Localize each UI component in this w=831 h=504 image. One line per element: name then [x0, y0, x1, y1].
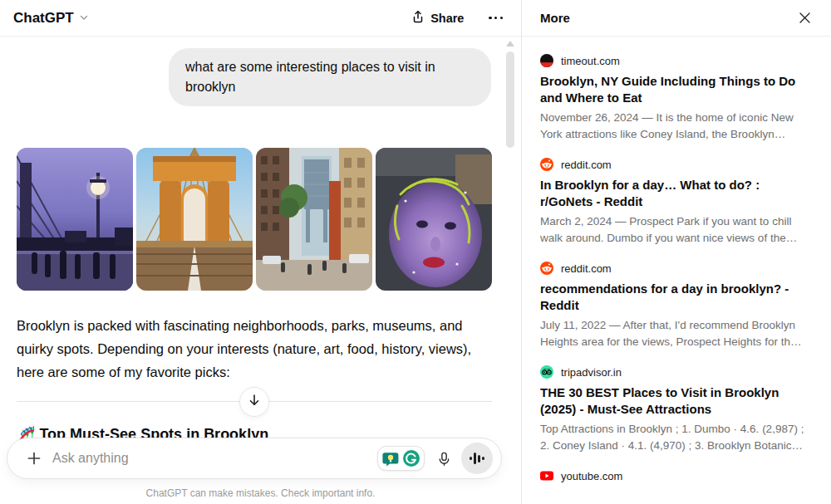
- source-snippet: March 2, 2024 — Prospect Park if you wan…: [540, 213, 810, 246]
- scrollbar-thumb[interactable]: [506, 51, 514, 148]
- source-title[interactable]: In Brooklyn for a day… What to do? : r/G…: [540, 177, 810, 210]
- app-window: ChatGPT Share what are some interesting …: [0, 0, 831, 504]
- share-icon: [411, 10, 425, 26]
- assistant-message: Brooklyn is packed with fascinating neig…: [17, 314, 491, 384]
- close-icon[interactable]: [794, 7, 815, 29]
- youtube-favicon-icon: [540, 469, 553, 482]
- chat-column: ChatGPT Share what are some interesting …: [0, 0, 522, 504]
- voice-mode-button[interactable]: [461, 443, 493, 474]
- share-label: Share: [430, 12, 464, 25]
- more-options-icon[interactable]: [485, 13, 506, 22]
- source-domain: tripadvisor.in: [561, 366, 622, 379]
- chevron-down-icon: [79, 11, 89, 26]
- arrow-down-icon: [247, 393, 262, 411]
- share-button[interactable]: Share: [411, 10, 464, 26]
- source-domain: youtube.com: [561, 470, 622, 482]
- composer-bar[interactable]: [7, 438, 502, 479]
- image-bridge-dusk[interactable]: [17, 148, 133, 291]
- app-title: ChatGPT: [13, 10, 74, 27]
- source-snippet: July 11, 2022 — After that, I'd recommen…: [540, 317, 810, 350]
- source-item-tripadvisor[interactable]: tripadvisor.in THE 30 BEST Places to Vis…: [540, 365, 810, 453]
- message-input[interactable]: [52, 451, 377, 466]
- scroll-divider-wrap: [17, 387, 492, 417]
- model-switcher[interactable]: ChatGPT: [13, 10, 89, 27]
- result-images-row: [17, 148, 491, 291]
- source-title[interactable]: Brooklyn, NY Guide Including Things to D…: [540, 73, 810, 106]
- sources-header: More: [522, 0, 830, 37]
- source-item-reddit-2[interactable]: reddit.com recommendations for a day in …: [540, 261, 810, 350]
- source-domain: reddit.com: [561, 262, 612, 275]
- image-dumbo-street[interactable]: [256, 148, 372, 291]
- source-item-reddit-1[interactable]: reddit.com In Brooklyn for a day… What t…: [540, 157, 810, 246]
- source-snippet: November 26, 2024 — It is the home of ic…: [540, 110, 810, 142]
- source-domain: reddit.com: [561, 159, 612, 171]
- user-message-bubble: what are some interesting places to visi…: [169, 48, 491, 106]
- chat-body: what are some interesting places to visi…: [0, 48, 521, 384]
- source-item-youtube[interactable]: youtube.com: [540, 468, 810, 483]
- sources-list: timeout.com Brooklyn, NY Guide Including…: [522, 37, 830, 504]
- source-title[interactable]: recommendations for a day in brooklyn? -…: [540, 281, 810, 314]
- reddit-favicon-icon: [540, 158, 553, 171]
- browser-extensions-pill[interactable]: [377, 446, 425, 471]
- image-street-art-mural[interactable]: [376, 148, 492, 291]
- tripadvisor-favicon-icon: [540, 365, 553, 379]
- image-bridge-golden[interactable]: [136, 148, 253, 291]
- source-snippet: Top Attractions in Brooklyn ; 1. Dumbo ·…: [540, 421, 810, 453]
- scroll-to-bottom-button[interactable]: [239, 387, 269, 417]
- disclaimer-text: ChatGPT can make mistakes. Check importa…: [0, 487, 521, 499]
- grammarly-icon[interactable]: [402, 449, 420, 467]
- microphone-icon[interactable]: [430, 444, 458, 472]
- sources-panel-title: More: [540, 11, 570, 25]
- source-title[interactable]: THE 30 BEST Places to Visit in Brooklyn …: [540, 384, 810, 418]
- chat-header: ChatGPT Share: [0, 0, 521, 37]
- source-domain: timeout.com: [561, 55, 620, 67]
- extension-bulb-icon[interactable]: [381, 449, 400, 467]
- header-actions: Share: [411, 10, 506, 26]
- timeout-favicon-icon: [540, 54, 553, 67]
- attach-plus-icon[interactable]: [22, 447, 46, 470]
- reddit-favicon-icon: [540, 262, 553, 275]
- source-item-timeout[interactable]: timeout.com Brooklyn, NY Guide Including…: [540, 53, 810, 142]
- sources-panel: More timeout.com Brooklyn, NY Guide Incl…: [522, 0, 830, 504]
- scrollbar-up-arrow[interactable]: [506, 41, 514, 46]
